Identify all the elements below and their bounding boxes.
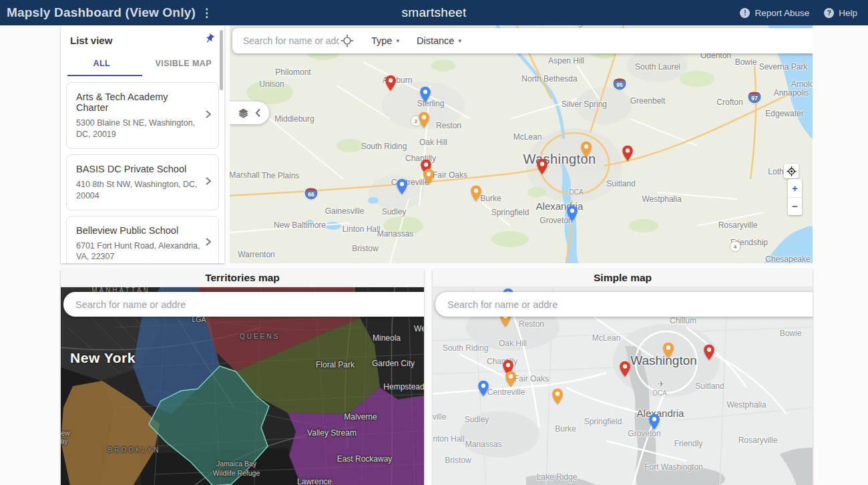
list-view-header: List view [61,25,224,49]
layers-icon [238,108,249,119]
zoom-out-button[interactable]: − [788,198,802,216]
territories-map-title: Territories map [61,269,424,287]
map-pin[interactable] [477,380,489,397]
page-title: Mapsly Dashboard (View Only) [7,5,196,20]
caret-down-icon: ▾ [396,37,399,44]
map-pin[interactable] [648,414,660,430]
list-item[interactable]: BASIS DC Private School 410 8th St NW, W… [66,154,219,210]
header-actions: ! Report Abuse ? Help [740,8,857,18]
list-view-tabs: ALL VISIBLE MAP [61,51,224,76]
territories-map[interactable]: MANHATTANLGAQUEENSWeMineolaFloral ParkGa… [61,287,424,485]
dashboard: Mapsly Dashboard (View Only) ⋮ smartshee… [0,0,868,485]
map-pin[interactable] [423,168,435,185]
map-pin[interactable] [619,361,631,377]
tab-visible-map[interactable]: VISIBLE MAP [143,51,225,76]
type-dropdown[interactable]: Type ▾ [371,35,399,46]
main-map[interactable]: GaithersburgPhilomontUnisonMiddleburgMar… [230,25,813,263]
list-scrollbar[interactable] [220,30,223,90]
simple-map-widget: Simple map [433,269,813,485]
territories-map-canvas [61,287,424,485]
list-view-title: List view [70,35,112,46]
simple-map-title: Simple map [433,269,813,287]
report-abuse-link[interactable]: ! Report Abuse [740,8,809,18]
list-item-address: 6701 Fort Hunt Road, Alexandria, VA, 223… [76,240,201,263]
distance-label: Distance [417,35,454,46]
map-pin[interactable] [396,178,408,195]
chevron-right-icon[interactable] [204,237,213,249]
list-item[interactable]: Belleview Public School 6701 Fort Hunt R… [66,216,219,264]
chevron-right-icon[interactable] [204,176,213,188]
search-input[interactable] [74,299,424,311]
exclamation-circle-icon: ! [740,8,750,18]
record-list: Arts & Tech Academy Charter 5300 Blaine … [61,76,224,263]
crosshair-icon[interactable] [341,34,354,47]
map-pin[interactable] [505,371,517,387]
help-label: Help [839,8,857,18]
help-link[interactable]: ? Help [824,8,857,18]
question-circle-icon: ? [824,8,834,18]
main-map-canvas [230,25,813,263]
map-pin[interactable] [580,141,592,158]
map-search-bar: Type ▾ Distance ▾ [232,28,813,53]
map-pin[interactable] [536,158,548,175]
zoom-control: + − [788,179,802,215]
distance-dropdown[interactable]: Distance ▾ [417,35,461,46]
active-tab-indicator [67,75,142,76]
smartsheet-logo: smartsheet [402,5,467,20]
map-pin[interactable] [419,86,431,103]
territories-search-bar [63,292,424,317]
caret-down-icon: ▾ [458,37,461,44]
search-input[interactable] [242,35,341,47]
type-label: Type [371,35,392,46]
map-pin[interactable] [662,342,674,359]
list-item-address: 410 8th St NW, Washington, DC, 20004 [76,179,201,202]
app-header: Mapsly Dashboard (View Only) ⋮ smartshee… [0,0,868,25]
simple-search-bar [435,292,813,317]
zoom-in-button[interactable]: + [788,179,802,198]
list-item-name: Belleview Public School [76,225,201,236]
my-location-button[interactable] [784,164,799,178]
simple-map-canvas [433,287,813,485]
report-abuse-label: Report Abuse [754,8,809,18]
route-shield: 4 [730,241,741,253]
list-view-panel: List view ALL VISIBLE MAP Arts & Tech Ac… [61,25,224,263]
map-pin[interactable] [470,185,482,202]
layers-toggle[interactable] [230,102,269,124]
chevron-right-icon[interactable] [204,110,213,122]
map-pin[interactable] [418,112,430,128]
list-item-name: BASIS DC Private School [76,164,201,174]
map-pin[interactable] [622,145,634,162]
map-pin[interactable] [385,75,397,92]
map-pin[interactable] [703,344,715,361]
list-item[interactable]: Arts & Tech Academy Charter 5300 Blaine … [66,82,219,149]
map-pin[interactable] [552,388,564,405]
pushpin-icon[interactable] [204,33,215,47]
search-input[interactable] [446,299,813,311]
simple-map[interactable]: RestonOak HillSouth RidingChantillyFair … [433,287,813,485]
territories-map-widget: Territories map [61,269,424,485]
tab-all[interactable]: ALL [61,51,143,76]
kebab-menu-icon[interactable]: ⋮ [201,6,212,20]
map-pin[interactable] [566,205,578,222]
list-item-address: 5300 Blaine St NE, Washington, DC, 20019 [76,118,201,140]
chevron-left-icon [255,108,261,118]
list-item-name: Arts & Tech Academy Charter [76,92,201,113]
